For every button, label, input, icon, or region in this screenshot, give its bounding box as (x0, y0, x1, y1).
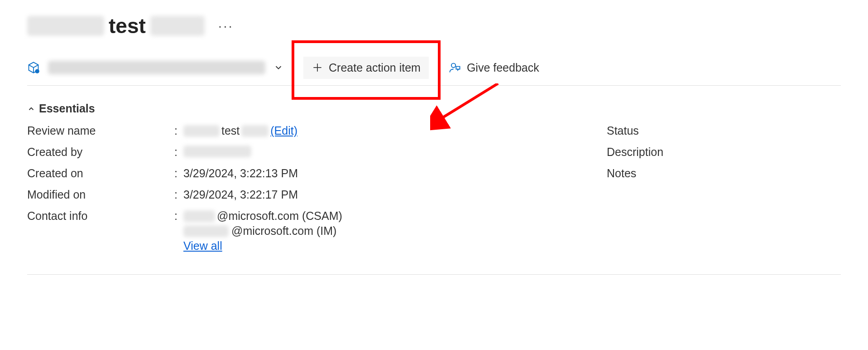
contact-info-label: Contact info (27, 209, 174, 223)
contact-view-all-link[interactable]: View all (183, 239, 222, 252)
title-redacted-suffix (150, 16, 205, 36)
review-name-label: Review name (27, 124, 174, 137)
description-label: Description (607, 146, 754, 159)
package-icon (27, 61, 40, 74)
feedback-icon (449, 61, 461, 74)
edit-review-name-link[interactable]: (Edit) (270, 124, 297, 137)
contact-line-2: @microsoft.com (IM) (183, 224, 342, 238)
page-title: test (27, 14, 205, 38)
created-by-redacted (183, 146, 251, 157)
title-mid: test (109, 14, 146, 38)
created-on-value: 3/29/2024, 3:22:13 PM (183, 167, 298, 180)
svg-point-0 (35, 69, 39, 73)
plus-icon (312, 62, 323, 73)
chevron-up-icon (27, 105, 35, 113)
contact-line-1: @microsoft.com (CSAM) (183, 209, 342, 223)
review-name-mid: test (221, 124, 240, 137)
annotation-highlight: Create action item (292, 40, 441, 100)
contact1-redacted (183, 210, 215, 222)
essentials-label: Essentials (39, 102, 95, 115)
contact2-redacted (183, 225, 229, 237)
notes-label: Notes (607, 167, 754, 180)
more-button[interactable]: ··· (214, 16, 238, 35)
created-by-label: Created by (27, 146, 174, 159)
give-feedback-label: Give feedback (467, 61, 539, 74)
create-action-item-button[interactable]: Create action item (303, 57, 429, 79)
status-label: Status (607, 124, 754, 137)
chevron-down-icon (273, 63, 283, 73)
svg-point-3 (451, 63, 456, 68)
review-name-suffix-redacted (241, 125, 269, 137)
modified-on-label: Modified on (27, 188, 174, 201)
give-feedback-button[interactable]: Give feedback (441, 57, 547, 79)
title-redacted-prefix (27, 16, 104, 36)
resource-name-redacted (48, 61, 265, 74)
resource-dropdown[interactable] (27, 56, 292, 79)
essentials-toggle[interactable]: Essentials (27, 102, 841, 115)
modified-on-value: 3/29/2024, 3:22:17 PM (183, 188, 298, 201)
review-name-prefix-redacted (183, 125, 220, 137)
toolbar: Create action item Give feedback (27, 56, 841, 86)
create-action-item-label: Create action item (329, 61, 421, 74)
created-on-label: Created on (27, 167, 174, 180)
essentials-panel: Review name : test (Edit) Created by : (27, 124, 841, 275)
